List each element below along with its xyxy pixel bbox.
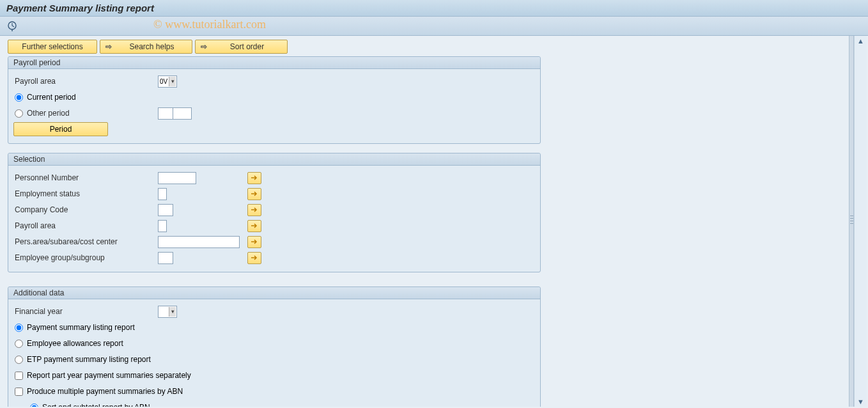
scroll-down-icon[interactable]: ▼ xyxy=(856,396,866,407)
action-button-row: Further selections ⇨ Search helps ⇨ Sort… xyxy=(8,40,848,54)
arrow-right-icon xyxy=(251,223,258,229)
selection-label: Company Code xyxy=(15,205,158,214)
selection-label: Employment status xyxy=(15,189,158,198)
selection-row: Company Code xyxy=(15,202,534,217)
vertical-resize-handle[interactable] xyxy=(849,36,854,407)
main-content: Further selections ⇨ Search helps ⇨ Sort… xyxy=(0,36,853,407)
current-period-input[interactable] xyxy=(15,93,23,102)
option-checkbox-input[interactable] xyxy=(15,372,23,380)
search-helps-label: Search helps xyxy=(114,42,189,51)
f4-help-icon[interactable]: ▾ xyxy=(169,307,176,317)
execute-icon[interactable] xyxy=(6,20,18,32)
report-type-label: Employee allowances report xyxy=(27,339,123,348)
report-type-radio[interactable]: Payment summary listing report xyxy=(15,323,135,332)
other-period-from[interactable] xyxy=(158,107,173,120)
option-checkbox-input[interactable] xyxy=(15,388,23,396)
option-checkbox[interactable]: Produce multiple payment summaries by AB… xyxy=(15,387,183,396)
scroll-up-icon[interactable]: ▲ xyxy=(856,36,866,46)
period-button[interactable]: Period xyxy=(13,122,108,136)
page-title-bar: Payment Summary listing report xyxy=(0,0,868,17)
multiple-selection-button[interactable] xyxy=(247,220,261,232)
selection-row: Employee group/subgroup xyxy=(15,250,534,265)
resize-grip-icon xyxy=(850,214,853,229)
group-title-payroll: Payroll period xyxy=(8,57,540,69)
payroll-area-label: Payroll area xyxy=(15,77,158,86)
current-period-label: Current period xyxy=(27,93,76,102)
selection-row: Personnel Number xyxy=(15,170,534,185)
search-helps-button[interactable]: ⇨ Search helps xyxy=(100,40,192,54)
report-type-label: ETP payment summary listing report xyxy=(27,355,151,364)
f4-help-icon[interactable]: ▾ xyxy=(169,77,176,86)
report-type-label: Payment summary listing report xyxy=(27,323,135,332)
payroll-period-group: Payroll period Payroll area 0V ▾ Current… xyxy=(8,56,541,144)
arrow-right-icon xyxy=(251,239,258,245)
report-type-radio[interactable]: Employee allowances report xyxy=(15,339,123,348)
selection-label: Payroll area xyxy=(15,221,158,230)
payroll-area-f4[interactable]: 0V ▾ xyxy=(158,75,177,88)
selection-row: Payroll area xyxy=(15,218,534,233)
option-checkbox[interactable]: Report part year payment summaries separ… xyxy=(15,371,191,380)
group-title-additional: Additional data xyxy=(8,287,540,299)
multiple-selection-button[interactable] xyxy=(247,252,261,264)
financial-year-label: Financial year xyxy=(15,307,158,316)
selection-input[interactable] xyxy=(158,172,196,184)
further-selections-button[interactable]: Further selections xyxy=(8,40,97,54)
arrow-right-icon: ⇨ xyxy=(198,42,210,51)
sort-order-label: Sort order xyxy=(210,42,284,51)
multiple-selection-button[interactable] xyxy=(247,204,261,216)
report-type-radio[interactable]: ETP payment summary listing report xyxy=(15,355,151,364)
option-checkbox-label: Produce multiple payment summaries by AB… xyxy=(27,387,183,396)
multiple-selection-button[interactable] xyxy=(247,236,261,248)
arrow-right-icon xyxy=(251,255,258,261)
selection-input[interactable] xyxy=(158,220,167,232)
selection-input[interactable] xyxy=(158,188,167,200)
additional-data-group: Additional data Financial year ▾ Payment… xyxy=(8,286,541,407)
payroll-area-value: 0V xyxy=(159,78,169,85)
option-checkbox-label: Report part year payment summaries separ… xyxy=(27,371,191,380)
other-period-input[interactable] xyxy=(15,109,23,118)
selection-input[interactable] xyxy=(158,204,173,216)
other-period-to[interactable] xyxy=(173,107,192,120)
selection-row: Employment status xyxy=(15,186,534,201)
multiple-selection-button[interactable] xyxy=(247,172,261,184)
selection-row: Pers.area/subarea/cost center xyxy=(15,234,534,249)
further-selections-label: Further selections xyxy=(22,42,82,51)
selection-label: Employee group/subgroup xyxy=(15,253,158,262)
app-toolbar xyxy=(0,17,868,36)
selection-group: Selection Personnel NumberEmployment sta… xyxy=(8,153,541,272)
sort-order-button[interactable]: ⇨ Sort order xyxy=(195,40,288,54)
selection-label: Pers.area/subarea/cost center xyxy=(15,237,158,246)
selection-label: Personnel Number xyxy=(15,173,158,182)
other-period-label: Other period xyxy=(27,109,70,118)
arrow-right-icon: ⇨ xyxy=(103,42,114,51)
report-type-input[interactable] xyxy=(15,356,23,364)
other-period-radio[interactable]: Other period xyxy=(15,109,158,118)
page-title: Payment Summary listing report xyxy=(6,3,154,13)
sort-option-label: Sort and subtotal report by ABN xyxy=(42,403,150,407)
group-title-selection: Selection xyxy=(8,153,540,166)
report-type-input[interactable] xyxy=(15,340,23,348)
selection-input[interactable] xyxy=(158,252,173,264)
arrow-right-icon xyxy=(251,175,258,181)
report-type-input[interactable] xyxy=(15,324,23,332)
sort-option-radio[interactable]: Sort and subtotal report by ABN xyxy=(30,403,150,407)
sort-option-input[interactable] xyxy=(30,404,38,407)
selection-input[interactable] xyxy=(158,236,240,248)
current-period-radio[interactable]: Current period xyxy=(15,93,76,102)
arrow-right-icon xyxy=(251,191,258,197)
period-button-label: Period xyxy=(50,125,72,134)
multiple-selection-button[interactable] xyxy=(247,188,261,200)
vertical-scrollbar[interactable]: ▲ ▼ xyxy=(854,36,867,407)
financial-year-f4[interactable]: ▾ xyxy=(158,306,177,318)
arrow-right-icon xyxy=(251,207,258,213)
